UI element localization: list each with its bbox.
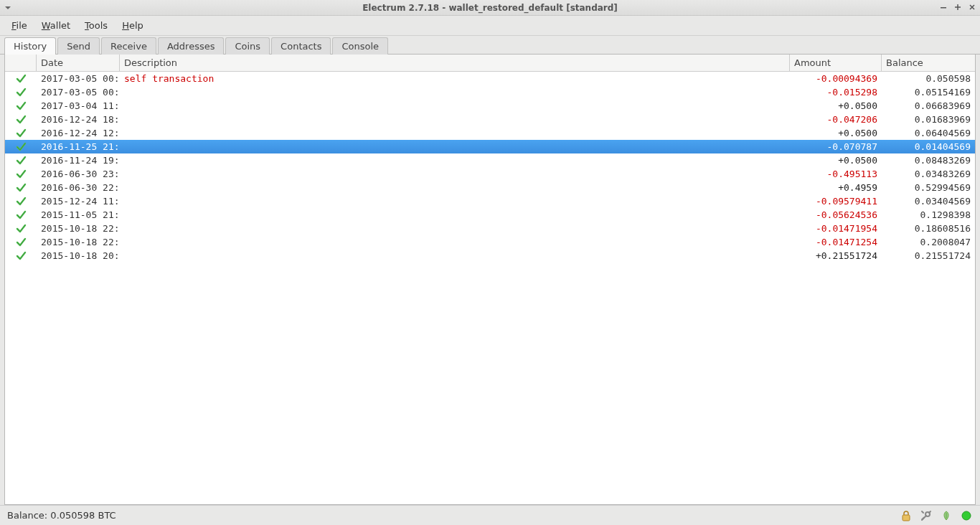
column-header-status[interactable] [5,55,37,71]
cell-date: 2016-11-25 21:06 [37,141,120,152]
cell-amount: +0.0500 [790,155,882,166]
app-menu-dropdown-icon[interactable] [0,4,16,11]
confirmed-icon [5,114,37,126]
history-panel: Date Description Amount Balance 2017-03-… [4,55,976,505]
cell-date: 2016-12-24 12:51 [37,128,120,138]
cell-balance: 0.06683969 [882,100,975,111]
column-header-balance[interactable]: Balance [882,55,975,71]
menubar: File Wallet Tools Help [0,16,980,36]
table-row[interactable]: 2017-03-05 00:40-0.0152980.05154169 [5,85,975,99]
transaction-list[interactable]: 2017-03-05 00:40self transaction-0.00094… [5,72,975,504]
confirmed-icon [5,250,37,262]
cell-date: 2016-12-24 18:03 [37,114,120,125]
column-header-amount[interactable]: Amount [790,55,882,71]
cell-balance: 0.03404569 [882,196,975,207]
column-header-description[interactable]: Description [120,55,790,71]
svg-point-6 [962,511,971,520]
cell-balance: 0.01683969 [882,114,975,125]
cell-amount: -0.015298 [790,87,882,98]
confirmed-icon [5,223,37,235]
confirmed-icon [5,141,37,153]
preferences-icon[interactable] [920,509,933,522]
cell-balance: 0.06404569 [882,128,975,138]
cell-description: self transaction [120,73,790,84]
cell-date: 2016-11-24 19:48 [37,155,120,166]
table-row[interactable]: 2016-06-30 23:06-0.4951130.03483269 [5,167,975,181]
confirmed-icon [5,87,37,98]
cell-balance: 0.21551724 [882,250,975,261]
confirmed-icon [5,155,37,166]
maximize-button[interactable] [954,2,961,13]
cell-amount: +0.0500 [790,100,882,111]
table-row[interactable]: 2015-10-18 22:28-0.014712540.2008047 [5,235,975,249]
tab-contacts[interactable]: Contacts [271,37,331,55]
table-row[interactable]: 2016-06-30 22:49+0.49590.52994569 [5,181,975,194]
cell-amount: -0.05624536 [790,209,882,220]
cell-balance: 0.08483269 [882,155,975,166]
svg-point-4 [925,512,930,516]
cell-amount: -0.01471254 [790,237,882,247]
cell-date: 2015-12-24 11:17 [37,196,120,207]
tab-send[interactable]: Send [57,37,100,55]
svg-rect-2 [955,6,961,8]
window-titlebar: Electrum 2.7.18 - wallet_restored_defaul… [0,0,980,16]
tabbar: History Send Receive Addresses Coins Con… [0,36,980,55]
menu-help[interactable]: Help [116,18,149,33]
svg-rect-0 [941,7,946,9]
cell-date: 2015-11-05 21:16 [37,209,120,220]
seed-icon[interactable] [940,509,953,522]
confirmed-icon [5,169,37,180]
network-status-icon[interactable] [960,509,973,522]
cell-amount: -0.047206 [790,114,882,125]
confirmed-icon [5,237,37,248]
confirmed-icon [5,209,37,221]
cell-amount: -0.070787 [790,141,882,152]
confirmed-icon [5,73,37,85]
menu-file[interactable]: File [6,18,33,33]
cell-balance: 0.01404569 [882,141,975,152]
tab-coins[interactable]: Coins [225,37,270,55]
svg-rect-3 [903,515,910,521]
confirmed-icon [5,196,37,207]
cell-date: 2015-10-18 22:28 [37,237,120,247]
cell-date: 2016-06-30 23:06 [37,169,120,179]
confirmed-icon [5,100,37,112]
menu-wallet[interactable]: Wallet [36,18,76,33]
cell-amount: -0.09579411 [790,196,882,207]
cell-amount: -0.01471954 [790,223,882,234]
menu-tools[interactable]: Tools [79,18,113,33]
cell-date: 2017-03-04 11:54 [37,100,120,111]
cell-balance: 0.2008047 [882,237,975,247]
statusbar: Balance: 0.050598 BTC [0,505,980,525]
cell-date: 2016-06-30 22:49 [37,182,120,193]
tab-addresses[interactable]: Addresses [158,37,225,55]
lock-icon[interactable] [900,509,913,522]
column-header-date[interactable]: Date [37,55,120,71]
table-row[interactable]: 2015-10-18 20:44+0.215517240.21551724 [5,249,975,262]
cell-balance: 0.05154169 [882,87,975,98]
window-title: Electrum 2.7.18 - wallet_restored_defaul… [0,3,980,13]
close-button[interactable] [969,2,976,13]
table-row[interactable]: 2017-03-04 11:54+0.05000.06683969 [5,99,975,113]
tab-history[interactable]: History [4,37,56,55]
cell-date: 2017-03-05 00:40 [37,87,120,98]
table-row[interactable]: 2017-03-05 00:40self transaction-0.00094… [5,72,975,85]
tab-receive[interactable]: Receive [101,37,156,55]
table-row[interactable]: 2016-11-24 19:48+0.05000.08483269 [5,153,975,167]
minimize-button[interactable] [940,2,947,13]
cell-date: 2015-10-18 22:59 [37,223,120,234]
tab-console[interactable]: Console [332,37,388,55]
cell-balance: 0.18608516 [882,223,975,234]
cell-amount: +0.21551724 [790,250,882,261]
table-row[interactable]: 2016-11-25 21:06-0.0707870.01404569 [5,140,975,153]
cell-amount: +0.0500 [790,128,882,138]
table-row[interactable]: 2015-11-05 21:16-0.056245360.1298398 [5,208,975,222]
table-row[interactable]: 2015-10-18 22:59-0.014719540.18608516 [5,222,975,235]
confirmed-icon [5,128,37,139]
table-row[interactable]: 2016-12-24 12:51+0.05000.06404569 [5,126,975,140]
cell-amount: -0.00094369 [790,73,882,84]
cell-balance: 0.03483269 [882,169,975,179]
table-row[interactable]: 2016-12-24 18:03-0.0472060.01683969 [5,113,975,126]
cell-balance: 0.050598 [882,73,975,84]
table-row[interactable]: 2015-12-24 11:17-0.095794110.03404569 [5,194,975,208]
